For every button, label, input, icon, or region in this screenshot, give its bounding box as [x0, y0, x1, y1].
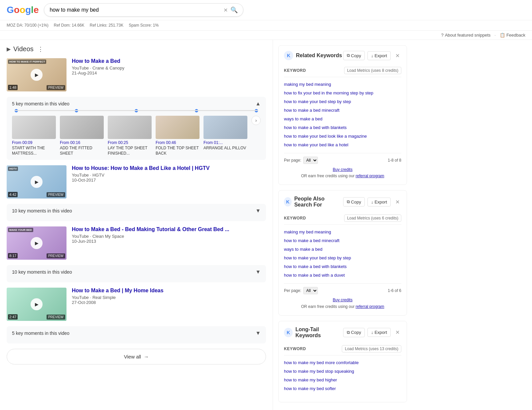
moment-1: From 00:09 START WITH THE MATTRESS...	[12, 116, 56, 156]
video-title-1[interactable]: How to Make a Bed	[72, 58, 124, 64]
keyword-link-7[interactable]: how to make your bed like a hotel	[284, 142, 348, 147]
long-tail-table-header: KEYWORD Load Metrics (uses 13 credits)	[284, 342, 401, 355]
moment-thumb-3	[108, 116, 152, 139]
key-moments-header-3[interactable]: 10 key moments in this video ▼	[12, 269, 261, 275]
people-search-export-button[interactable]: ↓ Export	[367, 198, 391, 206]
video-title-2[interactable]: How to House: How to Make a Bed Like a H…	[72, 165, 209, 171]
moment-time-3[interactable]: From 00:25	[108, 140, 152, 145]
feedback-label: Feedback	[506, 33, 525, 38]
moment-time-1[interactable]: From 00:09	[12, 140, 56, 145]
clear-icon[interactable]: ✕	[223, 7, 228, 13]
buy-credits-link-related[interactable]: Buy credits	[333, 167, 352, 172]
video-duration-2: 4:42	[8, 192, 18, 197]
moment-thumb-2	[60, 116, 104, 139]
search-input[interactable]	[50, 7, 221, 13]
moment-2: From 00:16 ADD THE FITTED SHEET	[60, 116, 104, 156]
people-keyword-link-1[interactable]: how to make a bed minecraft	[284, 238, 339, 243]
about-featured-snippets-link[interactable]: ? About featured snippets	[441, 33, 491, 38]
play-button-4[interactable]: ▶	[31, 298, 43, 310]
more-options-icon[interactable]: ⋮	[38, 46, 44, 53]
people-search-copy-button[interactable]: ⧉ Copy	[343, 197, 365, 206]
copy-label-related: Copy	[351, 53, 361, 58]
per-page-select-people[interactable]: All	[303, 287, 318, 294]
longtail-keyword-link-0[interactable]: how to make my bed more comfortable	[284, 360, 359, 365]
people-keyword-link-3[interactable]: how to make your bed step by step	[284, 255, 351, 260]
ref-links: Ref Links: 251.73K	[90, 23, 123, 28]
keyword-link-5[interactable]: how to make a bed with blankets	[284, 125, 347, 130]
long-tail-close-button[interactable]: ✕	[393, 329, 401, 337]
people-search-close-button[interactable]: ✕	[393, 198, 401, 206]
people-keyword-link-0[interactable]: making my bed meaning	[284, 229, 331, 234]
long-tail-export-button[interactable]: ↓ Export	[367, 328, 391, 337]
video-thumb-4[interactable]: ▶ 2:47 PREVIEW	[7, 288, 66, 321]
key-moments-header-4[interactable]: 5 key moments in this video ▼	[12, 330, 261, 336]
moment-time-2[interactable]: From 00:16	[60, 140, 104, 145]
play-button-1[interactable]: ▶	[31, 69, 43, 81]
people-keyword-link-2[interactable]: ways to make a bed	[284, 247, 323, 252]
preview-badge-3: PREVIEW	[47, 253, 65, 258]
key-moments-count-4: 5 key moments in this video	[12, 331, 69, 336]
top-bar: Google ✕ 🔍	[0, 0, 532, 20]
video-date-4: 27-Oct-2008	[72, 300, 164, 305]
chevron-up-icon-1: ▲	[255, 101, 261, 107]
per-page-select-related[interactable]: All	[303, 157, 318, 164]
moment-thumb-4	[156, 116, 200, 139]
longtail-keyword-link-3[interactable]: how to make my bed softer	[284, 386, 336, 391]
moment-time-5[interactable]: From 01:...	[203, 140, 247, 145]
related-keywords-export-button[interactable]: ↓ Export	[367, 51, 391, 60]
moment-label-5: ARRANGE ALL PILLOV	[203, 146, 247, 151]
related-keywords-close-button[interactable]: ✕	[393, 52, 401, 60]
long-tail-title-area: K Long-Tail Keywords	[284, 327, 343, 339]
keyword-link-2[interactable]: how to make your bed step by step	[284, 99, 351, 104]
keyword-link-4[interactable]: ways to make a bed	[284, 116, 323, 121]
key-moments-header-2[interactable]: 10 key moments in this video ▼	[12, 208, 261, 214]
video-title-3[interactable]: How to Make a Bed - Bed Making Tutorial …	[72, 226, 229, 232]
video-section-icon: ▶	[7, 46, 11, 52]
credits-line1-related: Buy credits	[333, 167, 352, 172]
load-metrics-button-related[interactable]: Load Metrics (uses 8 credits)	[344, 67, 401, 74]
video-source-3: YouTube · Clean My Space	[72, 234, 229, 239]
moment-5: From 01:... ARRANGE ALL PILLOV	[203, 116, 247, 151]
moment-time-4[interactable]: From 00:46	[156, 140, 200, 145]
list-item: how to make a bed minecraft	[284, 106, 401, 114]
keyword-link-1[interactable]: how to fix your bed in the morning step …	[284, 90, 373, 95]
view-all-arrow-icon: →	[144, 354, 149, 359]
key-moments-count-3: 10 key moments in this video	[12, 269, 72, 275]
people-keyword-link-5[interactable]: how to make a bed with a duvet	[284, 273, 345, 278]
video-title-4[interactable]: How to Make a Bed | My Home Ideas	[72, 288, 164, 294]
buy-credits-link-people[interactable]: Buy credits	[333, 298, 352, 302]
video-info-3: How to Make a Bed - Bed Making Tutorial …	[72, 226, 229, 244]
search-icon[interactable]: 🔍	[230, 6, 238, 14]
thumb-label-3: MAKE YOUR BED	[8, 228, 33, 232]
related-keywords-copy-button[interactable]: ⧉ Copy	[343, 51, 365, 60]
moz-da: MOZ DA: 70/100 (+1%)	[7, 23, 49, 28]
keyword-link-0[interactable]: making my bed meaning	[284, 82, 331, 87]
load-metrics-button-longtail[interactable]: Load Metrics (uses 13 credits)	[342, 345, 401, 352]
list-item: ways to make a bed	[284, 114, 401, 123]
key-moments-header-1[interactable]: 5 key moments in this video ▲	[12, 101, 261, 107]
video-thumb-2[interactable]: HGTV ▶ 4:42 PREVIEW	[7, 165, 66, 199]
load-metrics-button-people[interactable]: Load Metrics (uses 6 credits)	[344, 214, 401, 222]
keyword-link-6[interactable]: how to make your bed look like a magazin…	[284, 134, 367, 139]
longtail-keyword-link-2[interactable]: how to make my bed higher	[284, 377, 337, 382]
list-item: making my bed meaning	[284, 80, 401, 88]
referral-link-people[interactable]: referral program	[356, 304, 384, 309]
longtail-keyword-link-1[interactable]: how to make my bed stop squeaking	[284, 369, 354, 374]
keyword-link-3[interactable]: how to make a bed minecraft	[284, 108, 339, 113]
preview-badge-1: PREVIEW	[47, 85, 65, 90]
export-label-related: Export	[374, 53, 387, 58]
long-tail-copy-button[interactable]: ⧉ Copy	[343, 328, 365, 337]
related-keywords-footer: Per page: All 1-8 of 8	[284, 153, 401, 164]
video-thumb-3[interactable]: MAKE YOUR BED ▶ 8:17 PREVIEW	[7, 226, 66, 260]
key-moments-2: 10 key moments in this video ▼	[7, 204, 266, 221]
moment-3: From 00:25 LAY THE TOP SHEET FINISHED...	[108, 116, 152, 156]
play-button-3[interactable]: ▶	[31, 237, 43, 249]
per-page-label-related: Per page:	[284, 158, 301, 163]
moments-arrow-1[interactable]: ›	[251, 116, 261, 125]
play-button-2[interactable]: ▶	[31, 176, 43, 188]
view-all-button[interactable]: View all →	[7, 349, 266, 364]
feedback-link[interactable]: 📋 Feedback	[500, 33, 525, 38]
people-keyword-link-4[interactable]: how to make a bed with blankets	[284, 264, 347, 269]
referral-link-related[interactable]: referral program	[356, 174, 384, 178]
video-thumb-1[interactable]: HOW TO MAKE IT PERFECT ▶ 1:48 PREVIEW	[7, 58, 66, 91]
